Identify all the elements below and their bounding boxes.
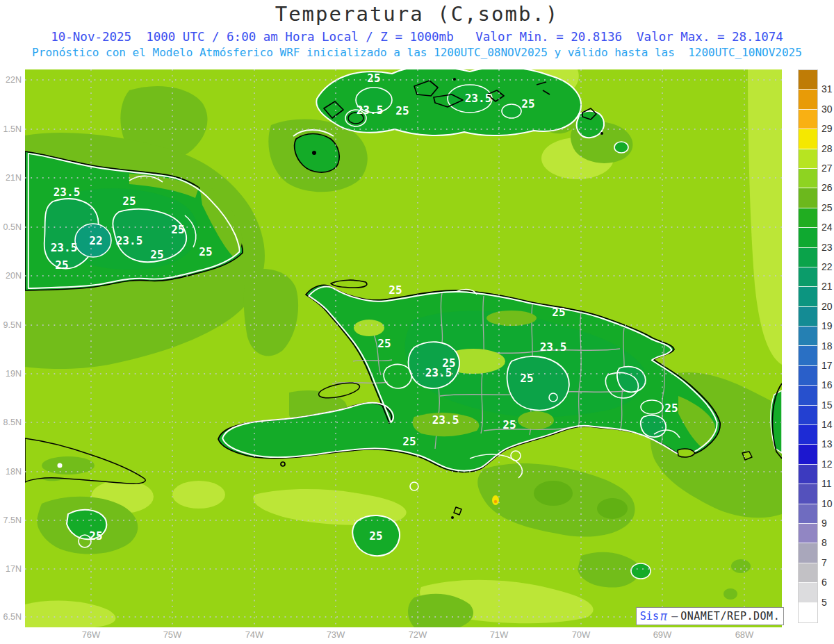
lat-tick-label: 18N [0, 467, 22, 477]
colorbar-tick-label: 11 [821, 478, 832, 489]
colorbar-band [799, 583, 817, 602]
colorbar-band [799, 346, 817, 365]
colorbar-band [799, 386, 817, 405]
contour-label: 25 [171, 223, 184, 236]
contour-label: 25 [122, 195, 136, 208]
colorbar-band [799, 208, 817, 228]
contour-label: 23.5 [54, 185, 81, 199]
contour-label: 25 [369, 529, 382, 543]
colorbar-band [799, 228, 817, 247]
contour-label: 23.5 [465, 92, 492, 105]
colorbar-tick-label: 25 [821, 202, 833, 213]
colorbar-tick-label: 16 [821, 379, 833, 390]
colorbar-tick-label: 18 [821, 340, 833, 352]
contour-label: 25 [89, 529, 102, 543]
lat-tick-label: 0.5N [0, 222, 22, 232]
colorbar-band [799, 287, 817, 306]
colorbar-tick-label: 15 [821, 399, 833, 411]
subtitle-model-info: Pronóstico con el Modelo Atmósferico WRF… [0, 46, 834, 59]
subtitle-valid-time: 10-Nov-2025 1000 UTC / 6:00 am Hora Loca… [0, 30, 834, 44]
lat-tick-label: 7.5N [0, 515, 22, 525]
colorbar-tick-label: 29 [821, 123, 833, 134]
contour-label: 25 [150, 248, 163, 261]
lat-tick-label: 1.5N [0, 124, 22, 134]
colorbar-band [799, 425, 817, 445]
lon-tick-label: 72W [402, 629, 433, 640]
colorbar [798, 69, 818, 623]
contour-label: 23.5 [540, 340, 567, 354]
contour-label: 25 [402, 435, 416, 448]
contour-label: 25 [395, 104, 409, 117]
colorbar-band [799, 169, 817, 188]
colorbar-band [799, 465, 817, 484]
colorbar-tick-label: 22 [821, 261, 833, 272]
sispi-logo-text: Sis [640, 610, 659, 622]
lat-tick-label: 17N [0, 564, 22, 574]
colorbar-tick-label: 6 [821, 577, 827, 588]
colorbar-band [799, 484, 817, 504]
colorbar-tick-label: 28 [821, 143, 833, 154]
contour-label: 25 [199, 245, 212, 258]
lon-tick-label: 68W [729, 629, 760, 640]
lat-tick-label: 19N [0, 369, 22, 379]
map-canvas: 2523.52523.52523.525252223.523.525252525… [25, 69, 782, 627]
colorbar-band [799, 307, 817, 327]
lon-tick-label: 76W [76, 629, 106, 640]
contour-label: 25 [552, 306, 565, 319]
lon-tick-label: 69W [647, 629, 678, 640]
colorbar-band [799, 90, 817, 109]
contour-label: 25 [389, 283, 402, 297]
colorbar-tick-label: 5 [821, 597, 827, 608]
lat-tick-label: 22N [0, 75, 22, 85]
contour-label: 25 [664, 402, 678, 415]
lon-tick-label: 74W [239, 629, 270, 640]
colorbar-band [799, 149, 817, 169]
lon-tick-label: 75W [157, 629, 188, 640]
colorbar-tick-label: 7 [821, 557, 827, 568]
page-title: Temperatura (C,somb.) [0, 2, 834, 26]
colorbar-band [799, 267, 817, 287]
colorbar-tick-label: 10 [821, 498, 833, 509]
contour-label: 25 [521, 97, 534, 110]
pi-symbol: π [660, 609, 667, 623]
contour-label: 25 [367, 72, 380, 85]
colorbar-tick-label: 12 [821, 459, 833, 470]
colorbar-band [799, 129, 817, 149]
colorbar-band [799, 406, 817, 425]
contour-label: 23.5 [116, 234, 143, 247]
colorbar-band [799, 366, 817, 386]
contour-label: 25 [520, 372, 533, 385]
colorbar-tick-label: 9 [821, 518, 827, 529]
lon-tick-label: 73W [320, 629, 351, 640]
contour-label: 23.5 [51, 241, 78, 254]
colorbar-tick-label: 31 [821, 83, 833, 94]
colorbar-tick-label: 23 [821, 242, 833, 253]
colorbar-tick-label: 24 [821, 222, 833, 233]
contour-label: 23.5 [425, 366, 452, 379]
colorbar-tick-label: 30 [821, 104, 833, 115]
lat-tick-label: 9.5N [0, 320, 22, 330]
colorbar-band [799, 248, 817, 267]
lat-tick-label: 21N [0, 173, 22, 183]
weather-map-page: { "title": "Temperatura (C,somb.)", "hea… [0, 0, 834, 644]
colorbar-band [799, 563, 817, 583]
credit-badge: Sisπ – ONAMET/REP.DOM. [636, 607, 784, 625]
colorbar-band [799, 524, 817, 543]
hot-spot [492, 495, 499, 505]
colorbar-band [799, 327, 817, 346]
colorbar-band [799, 603, 817, 622]
lon-tick-label: 71W [484, 629, 514, 640]
colorbar-tick-label: 14 [821, 419, 833, 430]
colorbar-band [799, 543, 817, 563]
credit-dash: – [671, 610, 678, 622]
lat-tick-label: 8.5N [0, 418, 22, 427]
colorbar-tick-label: 17 [821, 360, 833, 371]
contour-label: 25 [55, 258, 68, 272]
lat-tick-label: 6.5N [0, 612, 22, 622]
credit-org: ONAMET/REP.DOM. [680, 610, 780, 622]
colorbar-tick-label: 26 [821, 182, 833, 193]
colorbar-band [799, 445, 817, 464]
colorbar-tick-label: 8 [821, 537, 827, 548]
contour-label: 25 [377, 337, 391, 350]
contour-label: 23.5 [432, 413, 459, 427]
